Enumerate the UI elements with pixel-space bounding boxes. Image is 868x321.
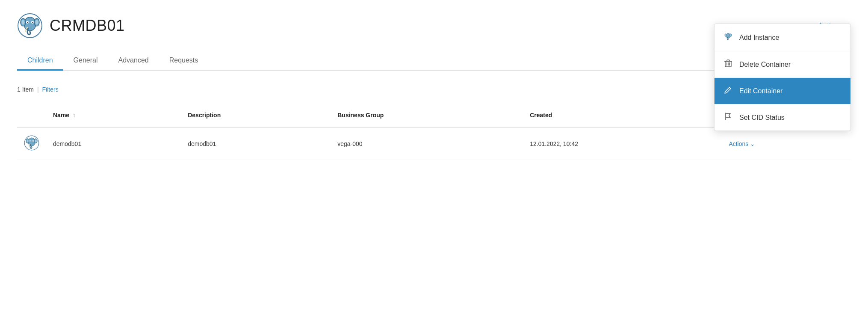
svg-point-17 xyxy=(35,140,37,143)
filters-left: 1 Item | Filters xyxy=(17,86,59,93)
row-actions-cell: Actions ⌄ xyxy=(722,127,851,160)
tab-general[interactable]: General xyxy=(63,51,108,71)
separator: | xyxy=(37,86,39,93)
filters-link[interactable]: Filters xyxy=(42,86,59,93)
row-icon-cell xyxy=(17,127,46,160)
svg-point-8 xyxy=(27,22,28,23)
row-chevron-icon: ⌄ xyxy=(750,140,755,147)
dropdown-item-edit-container[interactable]: Edit Container xyxy=(714,78,850,104)
svg-point-21 xyxy=(33,141,34,142)
svg-point-30 xyxy=(729,35,729,36)
row-actions-button[interactable]: Actions ⌄ xyxy=(729,140,755,147)
header-left: CRMDB01 xyxy=(17,13,125,39)
row-description: demodb01 xyxy=(181,127,331,160)
add-instance-label: Add Instance xyxy=(739,34,779,42)
tab-requests[interactable]: Requests xyxy=(159,51,209,71)
page-wrapper: CRMDB01 Actions ⌄ Children General Advan… xyxy=(0,0,868,321)
col-icon xyxy=(17,104,46,127)
item-count: 1 Item xyxy=(17,86,34,93)
set-cid-status-label: Set CID Status xyxy=(739,114,785,122)
row-name: demodb01 xyxy=(46,127,181,160)
svg-point-5 xyxy=(35,20,38,25)
svg-line-36 xyxy=(729,87,731,89)
svg-point-20 xyxy=(30,141,31,142)
dropdown-item-add-instance[interactable]: Add Instance xyxy=(714,24,850,51)
table-body: demodb01 demodb01 vega-000 12.01.2022, 1… xyxy=(17,127,851,160)
trash-icon xyxy=(723,59,733,70)
tab-advanced[interactable]: Advanced xyxy=(108,51,159,71)
svg-point-29 xyxy=(727,35,727,36)
postgres-icon xyxy=(17,13,43,39)
col-description: Description xyxy=(181,104,331,127)
edit-container-label: Edit Container xyxy=(739,87,782,95)
col-created: Created xyxy=(523,104,722,127)
table-row: demodb01 demodb01 vega-000 12.01.2022, 1… xyxy=(17,127,851,160)
sort-arrow-icon: ↑ xyxy=(73,113,75,119)
col-name: Name ↑ xyxy=(46,104,181,127)
delete-container-label: Delete Container xyxy=(739,61,791,68)
dropdown-item-delete-container[interactable]: Delete Container xyxy=(714,51,850,78)
flag-icon xyxy=(723,112,733,123)
dropdown-item-set-cid-status[interactable]: Set CID Status xyxy=(714,104,850,131)
tab-children[interactable]: Children xyxy=(17,51,63,71)
svg-point-16 xyxy=(27,140,28,143)
pencil-icon xyxy=(723,86,733,96)
add-instance-icon xyxy=(723,32,733,43)
svg-point-4 xyxy=(22,20,25,25)
svg-point-9 xyxy=(32,22,33,23)
actions-dropdown: Add Instance Delete Container xyxy=(714,24,851,131)
row-actions-label: Actions xyxy=(729,140,748,147)
row-business-group: vega-000 xyxy=(331,127,523,160)
row-created: 12.01.2022, 10:42 xyxy=(523,127,722,160)
svg-point-26 xyxy=(730,34,732,36)
row-db-icon xyxy=(24,135,39,151)
svg-point-25 xyxy=(725,34,726,36)
page-title: CRMDB01 xyxy=(50,17,125,35)
col-business-group: Business Group xyxy=(331,104,523,127)
